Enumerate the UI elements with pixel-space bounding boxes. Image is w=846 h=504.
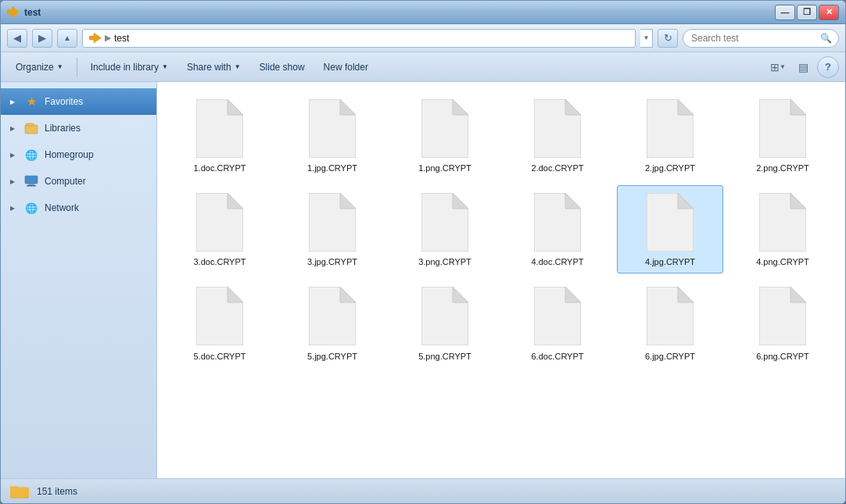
share-with-button[interactable]: Share with ▼ — [178, 56, 249, 78]
main-content: ▶ ★ Favorites ▶ Libraries ▶ — [1, 82, 845, 478]
file-item[interactable]: 1.jpg.CRYPT — [279, 91, 385, 179]
network-expand-arrow: ▶ — [10, 205, 18, 212]
homegroup-label: Homegroup — [45, 149, 94, 160]
svg-marker-6 — [228, 99, 243, 115]
search-icon: 🔍 — [820, 33, 832, 44]
back-button[interactable]: ◀ — [7, 29, 27, 48]
toolbar-right: ⊞ ▼ ▤ ? — [767, 56, 839, 78]
file-icon — [305, 191, 360, 253]
path-separator: ▶ — [105, 33, 111, 43]
file-label: 1.doc.CRYPT — [193, 163, 246, 173]
file-label: 3.png.CRYPT — [418, 256, 471, 267]
file-item[interactable]: 3.jpg.CRYPT — [279, 185, 385, 273]
svg-marker-38 — [678, 287, 694, 302]
file-item[interactable]: 2.png.CRYPT — [729, 91, 836, 179]
status-folder-icon — [10, 484, 29, 499]
file-item[interactable]: 4.jpg.CRYPT — [617, 185, 723, 273]
svg-marker-8 — [340, 99, 356, 115]
file-icon — [418, 97, 472, 159]
main-window: test — ❐ ✕ ◀ ▶ ▲ ▶ test ▼ ↻ 🔍 Organize ▼ — [0, 0, 846, 504]
file-item[interactable]: 1.doc.CRYPT — [167, 91, 273, 179]
organize-button[interactable]: Organize ▼ — [7, 56, 72, 78]
search-input[interactable] — [691, 33, 817, 44]
close-button[interactable]: ✕ — [819, 5, 839, 20]
svg-marker-36 — [565, 287, 581, 302]
search-box[interactable]: 🔍 — [683, 29, 839, 48]
sidebar-item-network[interactable]: ▶ 🌐 Network — [1, 195, 156, 221]
favorites-icon: ★ — [24, 95, 38, 109]
file-label: 4.doc.CRYPT — [531, 256, 583, 267]
new-folder-button[interactable]: New folder — [315, 56, 377, 78]
network-label: Network — [45, 202, 79, 213]
file-item[interactable]: 6.png.CRYPT — [729, 280, 836, 367]
file-icon — [530, 285, 585, 348]
file-label: 1.jpg.CRYPT — [307, 163, 357, 173]
minimize-button[interactable]: — — [775, 5, 795, 20]
window-icon — [7, 6, 20, 19]
file-label: 4.png.CRYPT — [756, 256, 809, 267]
file-item[interactable]: 3.doc.CRYPT — [167, 185, 273, 273]
file-icon — [192, 97, 247, 159]
slide-show-button[interactable]: Slide show — [251, 56, 314, 78]
file-item[interactable]: 5.jpg.CRYPT — [279, 280, 385, 367]
libraries-label: Libraries — [45, 123, 81, 134]
path-dropdown-button[interactable]: ▼ — [640, 29, 653, 48]
svg-marker-28 — [790, 193, 806, 209]
item-count: 151 items — [37, 486, 77, 497]
file-item[interactable]: 6.doc.CRYPT — [504, 280, 611, 367]
svg-marker-32 — [340, 287, 356, 302]
sidebar-item-favorites[interactable]: ▶ ★ Favorites — [1, 88, 156, 115]
file-item[interactable]: 6.jpg.CRYPT — [617, 280, 723, 367]
refresh-button[interactable]: ↻ — [658, 29, 678, 48]
svg-rect-0 — [25, 125, 38, 134]
svg-marker-22 — [453, 193, 468, 209]
forward-button[interactable]: ▶ — [32, 29, 52, 48]
sidebar-item-computer[interactable]: ▶ Computer — [1, 168, 156, 195]
view-change-button[interactable]: ⊞ ▼ — [767, 56, 789, 78]
sidebar-item-homegroup[interactable]: ▶ 🌐 Homegroup — [1, 141, 156, 168]
file-label: 5.jpg.CRYPT — [307, 351, 357, 362]
file-icon — [305, 285, 360, 348]
file-item[interactable]: 4.png.CRYPT — [729, 185, 836, 273]
computer-expand-arrow: ▶ — [10, 178, 18, 185]
file-label: 3.doc.CRYPT — [193, 256, 246, 267]
svg-marker-26 — [678, 193, 694, 209]
file-item[interactable]: 5.doc.CRYPT — [167, 280, 273, 367]
help-button[interactable]: ? — [817, 56, 839, 78]
status-bar: 151 items — [1, 478, 845, 503]
libraries-expand-arrow: ▶ — [10, 125, 18, 132]
svg-marker-18 — [228, 193, 243, 209]
svg-marker-20 — [340, 193, 356, 209]
file-label: 2.png.CRYPT — [756, 163, 809, 173]
computer-label: Computer — [45, 176, 86, 187]
toolbar: Organize ▼ Include in library ▼ Share wi… — [1, 52, 845, 82]
homegroup-icon: 🌐 — [24, 148, 38, 162]
file-icon — [643, 285, 697, 348]
file-icon — [755, 285, 810, 348]
svg-rect-43 — [10, 487, 29, 497]
maximize-button[interactable]: ❐ — [797, 5, 817, 20]
svg-rect-1 — [26, 123, 34, 126]
file-item[interactable]: 4.doc.CRYPT — [504, 185, 611, 273]
up-button[interactable]: ▲ — [57, 29, 77, 48]
file-label: 4.jpg.CRYPT — [645, 256, 695, 267]
title-bar-controls: — ❐ ✕ — [775, 5, 839, 20]
file-item[interactable]: 1.png.CRYPT — [392, 91, 498, 179]
file-item[interactable]: 2.doc.CRYPT — [504, 91, 611, 179]
sidebar-item-libraries[interactable]: ▶ Libraries — [1, 115, 156, 141]
file-icon — [418, 285, 472, 348]
file-item[interactable]: 5.png.CRYPT — [392, 280, 498, 367]
file-label: 2.jpg.CRYPT — [645, 163, 695, 173]
file-item[interactable]: 3.png.CRYPT — [392, 185, 498, 273]
file-label: 5.doc.CRYPT — [193, 351, 246, 362]
file-icon — [530, 97, 585, 159]
file-icon — [755, 191, 810, 253]
file-item[interactable]: 2.jpg.CRYPT — [617, 91, 723, 179]
include-in-library-button[interactable]: Include in library ▼ — [82, 56, 177, 78]
file-area[interactable]: 1.doc.CRYPT 1.jpg.CRYPT 1.png.CRYPT 2.do… — [157, 82, 845, 478]
path-folder-icon — [89, 33, 102, 44]
address-path-box[interactable]: ▶ test — [82, 29, 636, 48]
svg-rect-3 — [28, 184, 34, 185]
file-icon — [418, 191, 472, 253]
view-toggle-button[interactable]: ▤ — [792, 56, 814, 78]
